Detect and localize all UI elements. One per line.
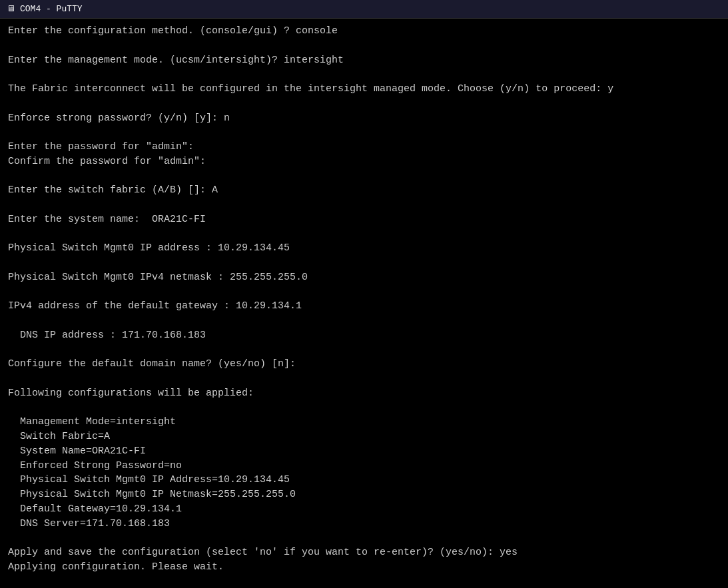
title-bar: 🖥 COM4 - PuTTY	[0, 0, 728, 19]
terminal-output: Enter the configuration method. (console…	[0, 19, 728, 588]
window-title: COM4 - PuTTY	[20, 4, 83, 14]
putty-icon: 🖥	[5, 4, 16, 15]
